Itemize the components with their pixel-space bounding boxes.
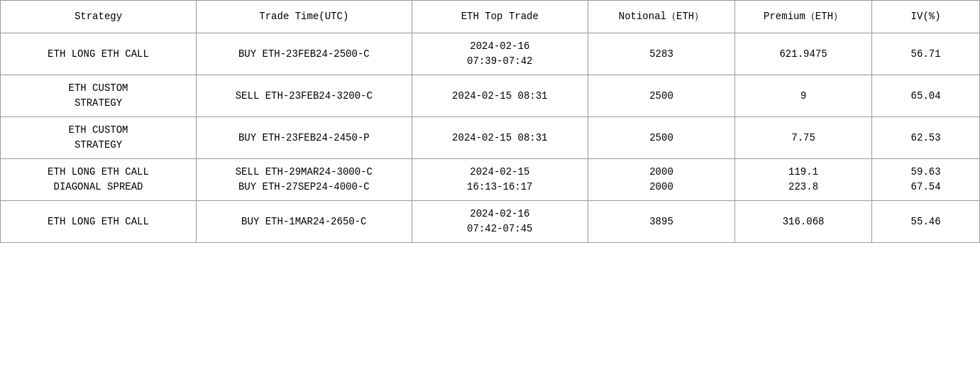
table-row: ETH CUSTOMSTRATEGYBUY ETH-23FEB24-2450-P… <box>1 117 980 159</box>
table-row: ETH LONG ETH CALLDIAGONAL SPREADSELL ETH… <box>1 159 980 201</box>
cell-eth-top-trade: 2024-02-15 08:31 <box>412 75 588 117</box>
cell-notional: 5283 <box>588 33 734 75</box>
cell-strategy: ETH LONG ETH CALLDIAGONAL SPREAD <box>1 159 197 201</box>
header-iv: IV(%) <box>872 1 980 33</box>
header-eth-top-trade: ETH Top Trade <box>412 1 588 33</box>
header-notional: Notional（ETH） <box>588 1 734 33</box>
header-premium: Premium（ETH） <box>734 1 871 33</box>
cell-iv: 65.04 <box>872 75 980 117</box>
cell-premium: 7.75 <box>734 117 871 159</box>
cell-premium: 9 <box>734 75 871 117</box>
cell-strategy: ETH CUSTOMSTRATEGY <box>1 117 197 159</box>
header-strategy: Strategy <box>1 1 197 33</box>
cell-trade-time: SELL ETH-29MAR24-3000-CBUY ETH-27SEP24-4… <box>197 159 412 201</box>
cell-iv: 59.6367.54 <box>872 159 980 201</box>
trades-table: Strategy Trade Time(UTC) ETH Top Trade N… <box>0 0 980 243</box>
cell-premium: 119.1223.8 <box>734 159 871 201</box>
cell-premium: 316.068 <box>734 201 871 243</box>
main-container: Strategy Trade Time(UTC) ETH Top Trade N… <box>0 0 980 392</box>
cell-trade-time: BUY ETH-23FEB24-2500-C <box>197 33 412 75</box>
cell-notional: 2500 <box>588 117 734 159</box>
table-row: ETH LONG ETH CALLBUY ETH-1MAR24-2650-C20… <box>1 201 980 243</box>
header-trade-time: Trade Time(UTC) <box>197 1 412 33</box>
table-row: ETH CUSTOMSTRATEGYSELL ETH-23FEB24-3200-… <box>1 75 980 117</box>
cell-iv: 62.53 <box>872 117 980 159</box>
cell-eth-top-trade: 2024-02-1516:13-16:17 <box>412 159 588 201</box>
cell-strategy: ETH CUSTOMSTRATEGY <box>1 75 197 117</box>
cell-trade-time: SELL ETH-23FEB24-3200-C <box>197 75 412 117</box>
cell-eth-top-trade: 2024-02-1607:39-07:42 <box>412 33 588 75</box>
cell-strategy: ETH LONG ETH CALL <box>1 201 197 243</box>
cell-trade-time: BUY ETH-1MAR24-2650-C <box>197 201 412 243</box>
cell-premium: 621.9475 <box>734 33 871 75</box>
cell-eth-top-trade: 2024-02-1607:42-07:45 <box>412 201 588 243</box>
cell-notional: 20002000 <box>588 159 734 201</box>
cell-strategy: ETH LONG ETH CALL <box>1 33 197 75</box>
cell-iv: 56.71 <box>872 33 980 75</box>
cell-notional: 3895 <box>588 201 734 243</box>
cell-notional: 2500 <box>588 75 734 117</box>
cell-trade-time: BUY ETH-23FEB24-2450-P <box>197 117 412 159</box>
header-row: Strategy Trade Time(UTC) ETH Top Trade N… <box>1 1 980 33</box>
cell-eth-top-trade: 2024-02-15 08:31 <box>412 117 588 159</box>
table-row: ETH LONG ETH CALLBUY ETH-23FEB24-2500-C2… <box>1 33 980 75</box>
cell-iv: 55.46 <box>872 201 980 243</box>
